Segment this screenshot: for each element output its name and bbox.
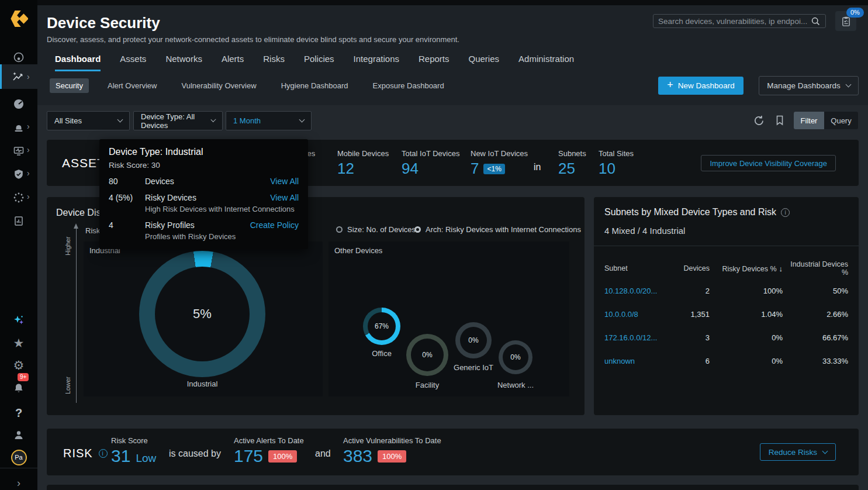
radio-icon[interactable] <box>414 226 421 233</box>
tooltip-label: Devices <box>145 177 267 186</box>
stat-value[interactable]: 94 <box>402 160 459 178</box>
armis-logo[interactable] <box>0 8 37 29</box>
main-tabs: Dashboard Assets Networks Alerts Risks P… <box>55 54 574 71</box>
subnets-panel: Subnets by Mixed Device Types and Risk i… <box>594 197 859 415</box>
y-axis-title: Risk <box>85 226 100 235</box>
filter-toggle-button[interactable]: Filter <box>794 112 824 129</box>
column-industrial-devices[interactable]: Industrial Devices % <box>783 260 848 277</box>
sidebar-item-dashboards-active[interactable]: › <box>0 64 37 89</box>
stat-label: Subnets <box>558 149 586 158</box>
industrial-donut-chart[interactable]: 5% <box>139 251 265 377</box>
subtab-hygiene-dashboard[interactable]: Hygiene Dashboard <box>275 78 354 93</box>
stat-value[interactable]: 7<1% <box>471 160 528 178</box>
tab-integrations[interactable]: Integrations <box>354 54 399 71</box>
industrial-cell: 2.66% <box>783 310 848 319</box>
option-arch[interactable]: Arch: Risky Devices with Internet Connec… <box>414 225 581 234</box>
risk-score-label: Risk Score <box>111 436 156 445</box>
vulnerabilities-percent-badge: 100% <box>378 450 406 463</box>
divider <box>594 246 859 246</box>
donut-center-value: 5% <box>155 267 250 361</box>
sidebar-item-ai-assistant[interactable] <box>0 309 37 332</box>
stat-value[interactable]: 25 <box>558 160 586 178</box>
bookmark-button[interactable] <box>774 114 786 129</box>
search-input[interactable] <box>658 17 811 26</box>
column-risky-devices[interactable]: Risky Devices %↓ <box>710 264 783 273</box>
search-icon[interactable] <box>811 16 821 26</box>
sparkles-icon <box>13 315 25 326</box>
tab-risks[interactable]: Risks <box>263 54 285 71</box>
device-type-dropdown[interactable]: Device Type: All Devices <box>133 111 223 130</box>
sidebar-item-integrations[interactable]: › <box>0 186 37 209</box>
stat-value[interactable]: 10 <box>599 160 634 178</box>
tab-queries[interactable]: Queries <box>469 54 500 71</box>
chevron-right-icon: › <box>27 192 30 201</box>
bubble-office[interactable]: 67% <box>363 308 400 345</box>
bubble-generic-iot[interactable]: 0% <box>455 322 492 358</box>
sites-dropdown[interactable]: All Sites <box>47 111 130 130</box>
sidebar-item-reports[interactable] <box>0 209 37 233</box>
coverage-percent-badge: 0% <box>846 8 864 18</box>
tab-dashboard[interactable]: Dashboard <box>55 54 101 71</box>
subnet-link[interactable]: unknown <box>604 357 673 365</box>
tab-administration[interactable]: Administration <box>518 54 574 71</box>
sidebar-item-favorites[interactable]: ★ <box>0 331 37 354</box>
sidebar-item-user[interactable] <box>0 423 37 447</box>
tooltip-title: Device Type: Industrial <box>109 147 299 157</box>
tab-assets[interactable]: Assets <box>120 54 146 71</box>
risky-cell: 100% <box>710 287 783 295</box>
trend-badge: <1% <box>483 164 504 174</box>
risk-score-value[interactable]: 31 <box>111 446 130 466</box>
subnet-link[interactable]: 172.16.0.0/12... <box>604 333 673 342</box>
active-vulnerabilities-value[interactable]: 383 <box>343 446 372 466</box>
sidebar-item-traffic[interactable]: › <box>0 139 37 163</box>
subnets-table-header: Subnet Devices Risky Devices %↓ Industri… <box>594 260 859 277</box>
monitor-pulse-icon <box>13 145 25 157</box>
sidebar-avatar[interactable]: Pa <box>0 446 37 469</box>
info-icon[interactable]: i <box>99 449 108 458</box>
sidebar-item-gauge[interactable] <box>0 92 37 116</box>
option-size[interactable]: Size: No. of Devices <box>336 225 416 234</box>
subtab-alert-overview[interactable]: Alert Overview <box>102 78 163 93</box>
active-alerts-value[interactable]: 175 <box>234 446 263 466</box>
bubble-network[interactable]: 0% <box>499 340 532 374</box>
radio-icon[interactable] <box>336 226 343 233</box>
sidebar-item-help[interactable]: ? <box>0 401 37 425</box>
bubble-facility[interactable]: 0% <box>406 334 448 376</box>
manage-dashboards-button[interactable]: Manage Dashboards <box>759 76 859 95</box>
shield-check-icon <box>13 168 25 180</box>
tab-alerts[interactable]: Alerts <box>222 54 244 71</box>
info-icon[interactable]: i <box>781 208 790 217</box>
subtab-vulnerability-overview[interactable]: Vulnerability Overview <box>176 78 262 93</box>
industrial-chart-area: Industrial 5% Industrial <box>84 241 323 396</box>
new-dashboard-button[interactable]: + New Dashboard <box>658 77 743 95</box>
subtab-exposure-dashboard[interactable]: Exposure Dashboard <box>367 78 450 93</box>
query-toggle-button[interactable]: Query <box>824 112 858 129</box>
stat-subnets: Subnets 25 <box>558 149 586 178</box>
tab-policies[interactable]: Policies <box>304 54 334 71</box>
improve-visibility-button[interactable]: Improve Device Visibility Coverage <box>701 155 836 171</box>
stat-value[interactable]: 12 <box>337 160 389 178</box>
tab-networks[interactable]: Networks <box>165 54 202 71</box>
table-row: 172.16.0.0/12... 3 0% 66.67% <box>594 326 859 349</box>
refresh-button[interactable] <box>753 115 765 129</box>
sidebar-collapse-button[interactable]: › <box>0 471 37 490</box>
subnet-link[interactable]: 10.128.0.0/20... <box>604 287 673 295</box>
sidebar-item-policies[interactable]: › <box>0 163 37 186</box>
view-all-link[interactable]: View All <box>270 177 299 186</box>
subtab-security[interactable]: Security <box>50 78 89 93</box>
time-range-dropdown[interactable]: 1 Month <box>226 111 312 130</box>
subnet-link[interactable]: 10.0.0.0/8 <box>604 310 673 319</box>
tooltip-label: Risky Devices <box>145 193 267 202</box>
risk-panel: RISK i Risk Score 31Low is caused by Act… <box>47 429 859 475</box>
sidebar-item-alerts[interactable]: › <box>0 116 37 139</box>
column-devices[interactable]: Devices <box>673 264 710 272</box>
armis-logo-icon <box>9 9 28 28</box>
view-all-link[interactable]: View All <box>270 193 299 202</box>
tab-reports[interactable]: Reports <box>419 54 449 71</box>
column-subnet[interactable]: Subnet <box>604 264 673 272</box>
sidebar-item-notifications[interactable]: 9+ <box>0 377 37 400</box>
create-policy-link[interactable]: Create Policy <box>250 220 299 230</box>
person-icon <box>13 429 25 441</box>
dotted-circle-icon <box>13 192 25 203</box>
reduce-risks-button[interactable]: Reduce Risks <box>760 443 836 461</box>
